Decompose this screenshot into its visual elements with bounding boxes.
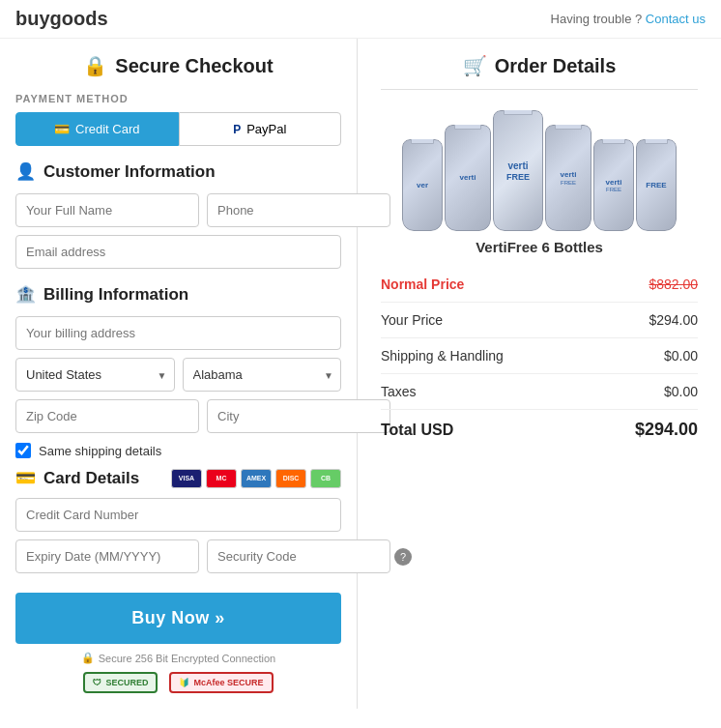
- payment-tabs: 💳 Credit Card P PayPal: [15, 112, 341, 146]
- bottle-5: verti FREE: [593, 139, 634, 231]
- zip-input[interactable]: [15, 399, 199, 433]
- normal-price-label: Normal Price: [381, 277, 464, 292]
- discover-icon: DISC: [275, 469, 306, 488]
- email-input[interactable]: [15, 235, 341, 269]
- header-divider: [381, 89, 698, 90]
- shipping-label: Shipping & Handling: [381, 348, 504, 364]
- buy-now-button[interactable]: Buy Now »: [15, 593, 341, 644]
- card-details-title-row: 💳 Card Details: [15, 468, 139, 488]
- lock-small-icon: 🔒: [81, 652, 95, 664]
- bottle-cap-3: [504, 110, 533, 115]
- same-shipping-label: Same shipping details: [39, 444, 161, 458]
- bottle-cap-1: [411, 139, 434, 144]
- total-label: Total USD: [381, 422, 453, 439]
- secure-connection-text: 🔒 Secure 256 Bit Encrypted Connection: [15, 652, 341, 664]
- amex-icon: AMEX: [241, 469, 272, 488]
- product-bottles: ver verti verti FREE: [381, 105, 698, 231]
- secured-badge: 🛡 SECURED: [83, 672, 158, 693]
- expiry-security-row: ?: [15, 539, 341, 573]
- card-details-header: 💳 Card Details VISA MC AMEX DISC CB: [15, 468, 341, 488]
- left-panel: 🔒 Secure Checkout PAYMENT METHOD 💳 Credi…: [0, 39, 358, 709]
- bottle-4: verti FREE: [545, 125, 591, 231]
- country-state-row: United States ▼ Alabama ▼: [15, 358, 341, 392]
- right-panel: 🛒 Order Details ver verti: [358, 39, 721, 709]
- top-bar: buygoods Having trouble ? Contact us: [0, 0, 721, 39]
- bottle-cap-5: [602, 139, 625, 144]
- country-select[interactable]: United States: [15, 358, 175, 392]
- country-select-wrapper: United States ▼: [15, 358, 175, 392]
- payment-method-label: PAYMENT METHOD: [15, 93, 341, 104]
- shipping-value: $0.00: [664, 348, 698, 364]
- same-shipping-checkbox[interactable]: [15, 443, 31, 458]
- your-price-label: Your Price: [381, 312, 443, 328]
- total-value: $294.00: [635, 420, 698, 440]
- zip-city-row: [15, 399, 341, 433]
- expiry-input[interactable]: [15, 539, 199, 573]
- bottle-2: verti: [445, 125, 491, 231]
- your-price-row: Your Price $294.00: [381, 303, 698, 338]
- product-name: VertiFree 6 Bottles: [381, 239, 698, 255]
- credit-card-tab[interactable]: 💳 Credit Card: [15, 112, 179, 146]
- paypal-icon: P: [233, 123, 241, 136]
- card-icons-group: VISA MC AMEX DISC CB: [171, 469, 341, 488]
- card-number-input[interactable]: [15, 498, 341, 532]
- taxes-row: Taxes $0.00: [381, 374, 698, 410]
- bottle-cap-4: [555, 125, 582, 130]
- bottle-1: ver: [402, 139, 443, 231]
- contact-link[interactable]: Contact us: [646, 12, 706, 26]
- trouble-area: Having trouble ? Contact us: [551, 12, 706, 26]
- mcafee-badge: 🔰 McAfee SECURE: [169, 672, 273, 693]
- bottle-6: FREE: [636, 139, 677, 231]
- card-icon-symbol: 💳: [15, 468, 36, 488]
- taxes-label: Taxes: [381, 384, 417, 399]
- shield-icon: 🛡: [93, 678, 101, 687]
- state-select[interactable]: Alabama: [183, 358, 342, 392]
- order-header: 🛒 Order Details: [381, 54, 698, 77]
- billing-icon: 🏦: [15, 284, 36, 305]
- main-container: 🔒 Secure Checkout PAYMENT METHOD 💳 Credi…: [0, 39, 721, 709]
- product-image-area: ver verti verti FREE: [381, 105, 698, 231]
- billing-info-section-title: 🏦 Billing Information: [15, 284, 341, 305]
- mcafee-icon: 🔰: [179, 678, 189, 687]
- other-card-icon: CB: [310, 469, 341, 488]
- total-row: Total USD $294.00: [381, 410, 698, 450]
- customer-info-section-title: 👤 Customer Information: [15, 161, 341, 182]
- bottle-cap-6: [645, 139, 668, 144]
- bottle-cap-2: [454, 125, 481, 130]
- state-select-wrapper: Alabama ▼: [183, 358, 342, 392]
- your-price-value: $294.00: [649, 312, 698, 328]
- logo: buygoods: [15, 8, 108, 30]
- visa-icon: VISA: [171, 469, 202, 488]
- same-shipping-row: Same shipping details: [15, 443, 341, 458]
- credit-card-icon: 💳: [54, 122, 70, 136]
- trust-badges: 🛡 SECURED 🔰 McAfee SECURE: [15, 672, 341, 693]
- checkout-header: 🔒 Secure Checkout: [15, 54, 341, 77]
- cart-icon: 🛒: [463, 54, 487, 77]
- lock-icon: 🔒: [83, 54, 107, 77]
- normal-price-value: $882.00: [649, 277, 698, 292]
- paypal-tab[interactable]: P PayPal: [179, 112, 342, 146]
- taxes-value: $0.00: [664, 384, 698, 399]
- normal-price-row: Normal Price $882.00: [381, 267, 698, 303]
- person-icon: 👤: [15, 161, 36, 182]
- mastercard-icon: MC: [206, 469, 237, 488]
- shipping-row: Shipping & Handling $0.00: [381, 338, 698, 374]
- name-phone-row: [15, 193, 341, 227]
- bottle-3: verti FREE: [493, 110, 543, 231]
- full-name-input[interactable]: [15, 193, 199, 227]
- billing-address-input[interactable]: [15, 316, 341, 350]
